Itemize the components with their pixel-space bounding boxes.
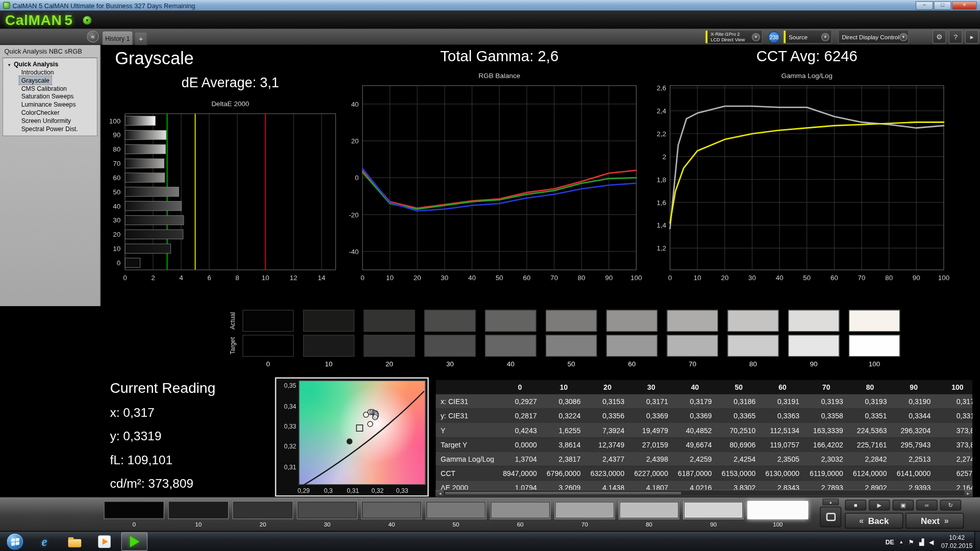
taskbar-media-button[interactable] — [91, 532, 117, 551]
cie-y-tick: 0,34 — [278, 403, 297, 409]
refresh-button[interactable]: ↻ — [940, 500, 962, 511]
advanced-button[interactable]: ▸ — [965, 30, 979, 44]
scrollbar-thumb[interactable] — [445, 491, 682, 495]
tab-bar — [0, 29, 980, 45]
maximize-button[interactable]: □ — [934, 1, 951, 10]
back-button[interactable]: «Back — [845, 513, 903, 529]
pattern-chip-60[interactable]: 60 — [490, 501, 551, 528]
reading-fl: fL: 109,101 — [110, 453, 216, 467]
display-control-label: Direct Display Control — [842, 34, 899, 40]
show-desktop-button[interactable] — [974, 532, 980, 551]
taskbar-ie-button[interactable]: e — [31, 532, 57, 551]
close-button[interactable]: × — [952, 1, 977, 10]
ambient-reading-badge[interactable]: 238 — [768, 31, 780, 43]
pattern-chip-70[interactable]: 70 — [554, 501, 615, 528]
total-gamma-heading: Total Gamma: 2,6 — [362, 47, 636, 65]
current-reading-title: Current Reading — [110, 380, 216, 396]
target-swatch-50 — [546, 335, 597, 357]
sidebar-item-introduction[interactable]: Introduction — [19, 68, 56, 76]
strip-expand-button[interactable]: ▲ — [822, 498, 839, 505]
pattern-chip-80[interactable]: 80 — [619, 501, 679, 528]
table-value-cell: 0,3179 — [673, 397, 717, 405]
chevron-down-icon[interactable]: ▼ — [899, 33, 908, 41]
tree-root-quick-analysis[interactable]: ▾Quick Analysis — [5, 60, 96, 68]
pattern-chip-90[interactable]: 90 — [683, 501, 744, 528]
sidebar-item-colorchecker[interactable]: ColorChecker — [19, 109, 61, 117]
pattern-chip-10[interactable]: 10 — [168, 501, 229, 528]
network-icon[interactable]: ▟ — [919, 538, 924, 545]
taskbar-calman-button[interactable] — [121, 532, 148, 551]
table-value-cell: 0,3224 — [542, 412, 586, 420]
taskbar-explorer-button[interactable] — [61, 532, 87, 551]
pattern-chip-20[interactable]: 20 — [233, 501, 293, 528]
help-icon: ? — [953, 33, 958, 41]
pattern-chip-30[interactable]: 30 — [297, 501, 358, 528]
continuous-read-button[interactable]: ∞ — [916, 500, 938, 511]
pattern-chip-100[interactable]: 100 — [747, 501, 808, 528]
table-value-cell: 0,3369 — [673, 412, 717, 420]
title-bar: CalMAN 5 CalMAN Ultimate for Business 32… — [0, 0, 980, 11]
scrollbar-track[interactable] — [682, 490, 964, 496]
action-center-icon[interactable]: ⚑ — [909, 538, 914, 545]
play-button[interactable]: ▶ — [869, 500, 890, 511]
meter-dropdown[interactable]: X-Rite i1Pro 2 LCD Direct View ▼ — [705, 30, 763, 44]
pattern-chip-40[interactable]: 40 — [361, 501, 422, 528]
svg-text:0: 0 — [123, 274, 127, 282]
sidebar-item-spectral-power-dist-[interactable]: Spectral Power Dist. — [19, 125, 80, 133]
language-indicator[interactable]: DE — [886, 538, 894, 545]
clock[interactable]: 10:42 07.02.2015 — [939, 534, 972, 550]
svg-text:2: 2 — [151, 274, 155, 282]
logo-menu-button[interactable]: ▼ — [83, 16, 92, 25]
sidebar-item-cms-calibration[interactable]: CMS Calibration — [19, 84, 69, 92]
volume-icon[interactable]: ◀ — [929, 538, 934, 545]
table-value-cell: 2,2842 — [848, 455, 892, 463]
svg-text:80: 80 — [113, 145, 120, 153]
cie-y-tick: 0,31 — [278, 463, 297, 470]
svg-text:100: 100 — [630, 274, 642, 282]
pattern-chip-0[interactable]: 0 — [104, 501, 164, 528]
tab-history-1[interactable]: History 1 — [102, 31, 133, 45]
table-value-cell: 2,274 — [936, 455, 972, 463]
pattern-swatch — [361, 501, 422, 519]
sidebar-collapse-button[interactable]: « — [87, 31, 99, 42]
hidden-icons-chevron[interactable]: ▲ — [899, 539, 903, 544]
scroll-right-icon[interactable]: ► — [964, 490, 972, 496]
svg-text:90: 90 — [605, 274, 612, 282]
table-value-cell: 0,2817 — [498, 412, 542, 420]
minimize-button[interactable]: − — [916, 1, 933, 10]
table-value-cell: 7,3924 — [585, 427, 629, 434]
sidebar-item-saturation-sweeps[interactable]: Saturation Sweeps — [19, 92, 76, 101]
target-swatch-40 — [485, 335, 536, 357]
actual-row-label: Actual — [229, 310, 236, 332]
target-swatch-30 — [424, 335, 475, 357]
svg-text:1,4: 1,4 — [657, 221, 667, 229]
settings-button[interactable]: ⚙ — [933, 30, 946, 44]
pattern-swatch — [747, 501, 808, 519]
table-value-cell: 2,7893 — [804, 484, 848, 490]
sidebar-item-grayscale[interactable]: Grayscale — [19, 76, 51, 84]
scroll-left-icon[interactable]: ◄ — [436, 490, 444, 496]
sidebar-item-screen-uniformity[interactable]: Screen Uniformity — [19, 117, 73, 125]
start-button[interactable] — [6, 533, 23, 550]
pattern-window-button[interactable] — [820, 507, 842, 527]
help-button[interactable]: ? — [949, 30, 963, 44]
pattern-button[interactable]: ▣ — [893, 500, 914, 511]
table-value-cell: 49,6674 — [673, 441, 717, 448]
swatch-level-label: 20 — [364, 360, 415, 367]
cie-chart-panel: 0,350,340,330,320,310,290,30,310,320,33 — [275, 378, 429, 497]
table-value-cell: 0,4243 — [498, 427, 542, 434]
stop-button[interactable]: ■ — [845, 500, 867, 511]
next-button[interactable]: Next» — [905, 513, 964, 529]
table-column-header: 100 — [936, 383, 972, 391]
new-tab-button[interactable]: + — [135, 33, 146, 45]
pattern-chip-50[interactable]: 50 — [426, 501, 486, 528]
chevron-down-icon[interactable]: ▼ — [821, 33, 829, 41]
table-value-cell: 0,3086 — [542, 397, 586, 405]
sidebar-item-luminance-sweeps[interactable]: Luminance Sweeps — [19, 101, 78, 109]
source-dropdown[interactable]: Source ▼ — [783, 30, 832, 44]
table-scrollbar[interactable]: ◄ ► — [435, 490, 972, 496]
table-row: x: CIE310,29270,30860,31530,31710,31790,… — [435, 394, 972, 409]
display-control-dropdown[interactable]: Direct Display Control ▼ — [838, 30, 909, 44]
chevron-down-icon[interactable]: ▼ — [752, 33, 760, 41]
tree-expander-icon[interactable]: ▾ — [8, 62, 14, 67]
